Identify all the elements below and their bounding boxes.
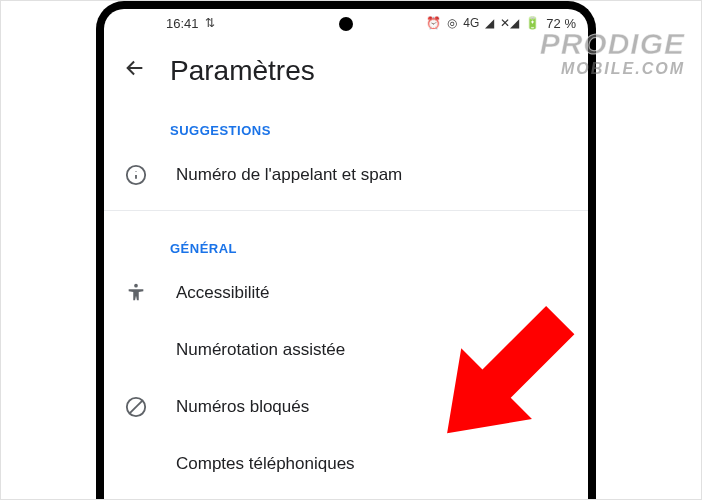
arrow-left-icon bbox=[124, 57, 146, 79]
alarm-icon: ⏰ bbox=[426, 16, 441, 30]
item-accessibility[interactable]: Accessibilité bbox=[104, 264, 588, 322]
item-blocked-numbers[interactable]: Numéros bloqués bbox=[104, 378, 588, 436]
header: Paramètres bbox=[104, 37, 588, 99]
item-label: Comptes téléphoniques bbox=[176, 454, 355, 474]
item-label: Accessibilité bbox=[176, 283, 270, 303]
item-assisted-dialing[interactable]: Numérotation assistée bbox=[104, 322, 588, 378]
section-general-label: GÉNÉRAL bbox=[104, 217, 588, 264]
svg-line-6 bbox=[130, 401, 143, 414]
status-time: 16:41 bbox=[166, 16, 199, 31]
status-bar: 16:41 ⇅ ⏰ ◎ 4G ◢ ✕◢ 🔋 72 % bbox=[104, 9, 588, 37]
accessibility-icon bbox=[124, 282, 148, 304]
item-label: Numéros bloqués bbox=[176, 397, 309, 417]
phone-frame: 16:41 ⇅ ⏰ ◎ 4G ◢ ✕◢ 🔋 72 % Paramètres SU… bbox=[96, 1, 596, 500]
battery-percent: 72 % bbox=[546, 16, 576, 31]
block-icon bbox=[124, 396, 148, 418]
signal-x-icon: ✕◢ bbox=[500, 16, 519, 30]
item-phone-accounts[interactable]: Comptes téléphoniques bbox=[104, 436, 588, 492]
item-label: Numéro de l'appelant et spam bbox=[176, 165, 402, 185]
section-suggestions-label: SUGGESTIONS bbox=[104, 99, 588, 146]
svg-point-4 bbox=[134, 284, 138, 288]
activity-icon: ⇅ bbox=[205, 16, 215, 30]
hotspot-icon: ◎ bbox=[447, 16, 457, 30]
battery-icon: 🔋 bbox=[525, 16, 540, 30]
item-label: Numérotation assistée bbox=[176, 340, 345, 360]
page-title: Paramètres bbox=[170, 55, 315, 87]
item-caller-id-spam[interactable]: Numéro de l'appelant et spam bbox=[104, 146, 588, 204]
camera-notch bbox=[339, 17, 353, 31]
network-type: 4G bbox=[463, 16, 479, 30]
divider bbox=[104, 210, 588, 211]
info-icon bbox=[124, 164, 148, 186]
back-button[interactable] bbox=[124, 57, 146, 85]
signal-icon: ◢ bbox=[485, 16, 494, 30]
